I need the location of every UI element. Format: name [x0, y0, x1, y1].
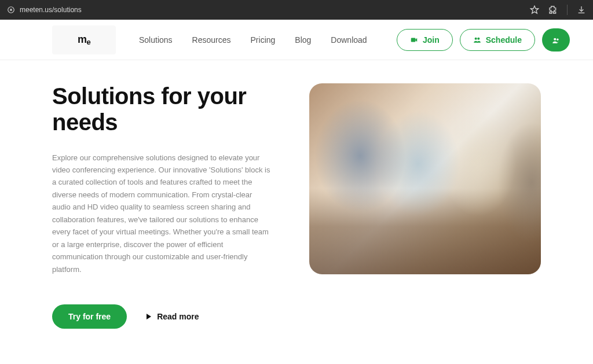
svg-rect-4 [411, 38, 416, 42]
browser-actions [530, 5, 586, 15]
site-info-icon[interactable] [7, 6, 15, 14]
svg-marker-3 [530, 6, 538, 13]
try-for-free-button[interactable]: Try for free [52, 304, 127, 329]
hero-description: Explore our comprehensive solutions desi… [52, 152, 272, 275]
read-more-link[interactable]: Read more [147, 312, 199, 321]
nav-blog[interactable]: Blog [295, 35, 311, 45]
url-text[interactable]: meeten.us/solutions [20, 6, 82, 14]
schedule-icon [473, 36, 481, 44]
logo-main: m [78, 34, 87, 45]
join-icon [410, 36, 418, 44]
url-wrap[interactable]: meeten.us/solutions [7, 6, 82, 14]
hero-media [290, 83, 541, 329]
schedule-button[interactable]: Schedule [460, 29, 535, 51]
page-title: Solutions for your needs [52, 83, 272, 135]
nav-solutions[interactable]: Solutions [139, 35, 173, 45]
read-more-label: Read more [157, 312, 199, 321]
hero-section: Solutions for your needs Explore our com… [0, 60, 593, 340]
svg-point-8 [557, 38, 558, 40]
play-icon [147, 314, 151, 319]
svg-point-7 [554, 38, 556, 40]
schedule-label: Schedule [486, 35, 522, 45]
join-label: Join [423, 35, 440, 45]
header-actions: Join Schedule [397, 28, 570, 52]
people-button[interactable] [542, 28, 570, 52]
main-nav: Solutions Resources Pricing Blog Downloa… [139, 35, 367, 45]
join-button[interactable]: Join [397, 29, 453, 51]
bookmark-star-icon[interactable] [530, 5, 539, 14]
svg-point-6 [477, 37, 479, 39]
separator [567, 5, 568, 15]
nav-download[interactable]: Download [331, 35, 367, 45]
hero-content: Solutions for your needs Explore our com… [52, 83, 272, 329]
download-icon[interactable] [577, 5, 586, 14]
logo[interactable]: me [52, 25, 116, 54]
hero-image [309, 83, 541, 274]
hero-actions: Try for free Read more [52, 304, 272, 329]
logo-sub: e [86, 38, 90, 46]
nav-pricing[interactable]: Pricing [251, 35, 276, 45]
browser-address-bar: meeten.us/solutions [0, 0, 593, 20]
extensions-icon[interactable] [548, 5, 558, 14]
site-header: me Solutions Resources Pricing Blog Down… [0, 20, 593, 60]
people-icon [552, 36, 560, 44]
nav-resources[interactable]: Resources [192, 35, 231, 45]
svg-point-5 [474, 37, 477, 39]
